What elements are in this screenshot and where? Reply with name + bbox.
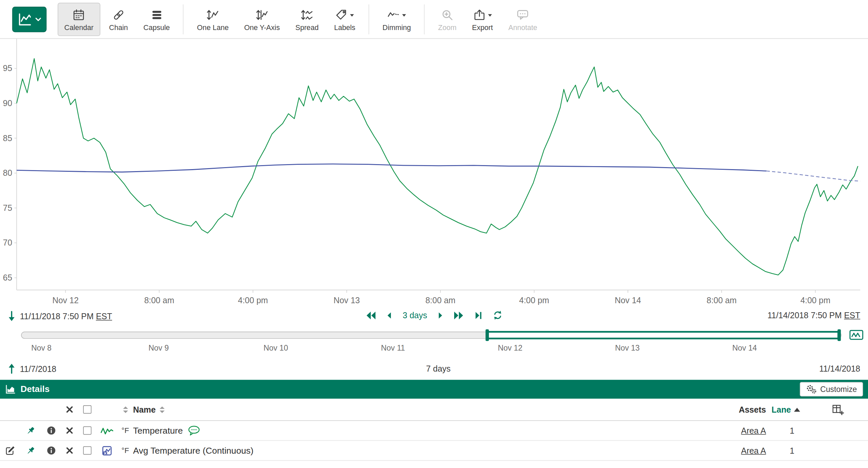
zoom-icon (440, 8, 454, 22)
annotate-label: Annotate (508, 23, 537, 32)
metric-icon (101, 445, 113, 456)
info-button[interactable] (41, 426, 61, 435)
step-back-large-button[interactable] (365, 310, 376, 320)
app-window: Calendar Chain (0, 0, 868, 468)
step-to-end-button[interactable] (474, 310, 484, 320)
series-name[interactable]: Avg Temperature (Continuous) (133, 446, 253, 456)
lane-cell: 1 (768, 446, 816, 455)
edit-button[interactable] (0, 446, 20, 456)
annotate-button[interactable]: Annotate (502, 2, 544, 36)
one-y-axis-label: One Y-Axis (244, 23, 280, 32)
asset-link[interactable]: Area A (741, 446, 766, 455)
chain-icon (112, 8, 125, 22)
calendar-button[interactable]: Calendar (58, 2, 100, 36)
chevron-down-icon (35, 16, 41, 22)
timebar-duration[interactable]: 7 days (426, 363, 451, 373)
refresh-button[interactable] (493, 310, 503, 321)
step-forward-large-button[interactable] (454, 310, 465, 320)
zoom-label: Zoom (438, 23, 457, 32)
capsule-button[interactable]: Capsule (137, 2, 177, 36)
arrow-down-icon (8, 311, 16, 322)
spread-button[interactable]: Spread (289, 2, 326, 36)
assets-header-label[interactable]: Assets (739, 405, 766, 414)
sort-type-button[interactable] (117, 406, 133, 413)
range-start-datetime[interactable]: 11/11/2018 7:50 PM (20, 311, 94, 321)
series-type-cell (96, 425, 117, 436)
range-end-timezone[interactable]: EST (844, 311, 860, 320)
row-checkbox-cell (78, 426, 97, 435)
timebar-end-date[interactable]: 11/14/2018 (819, 363, 860, 373)
pin-icon (25, 446, 35, 456)
select-all-checkbox[interactable] (83, 405, 91, 414)
range-start-timezone[interactable]: EST (96, 311, 113, 321)
one-lane-button[interactable]: One Lane (190, 2, 236, 36)
series-name-cell[interactable]: Avg Temperature (Continuous) (133, 446, 707, 456)
series-name-cell[interactable]: Temperature (133, 425, 707, 436)
asset-link[interactable]: Area A (741, 426, 766, 435)
info-icon (46, 446, 56, 455)
range-end-datetime[interactable]: 11/14/2018 7:50 PM (768, 311, 842, 320)
dimming-button[interactable]: Dimming (376, 2, 417, 36)
pin-button[interactable] (20, 426, 41, 436)
lane-column-header[interactable]: Lane (768, 405, 816, 414)
caret-down-icon (350, 13, 354, 17)
range-duration[interactable]: 3 days (402, 311, 427, 320)
timebar-day-label: Nov 11 (381, 343, 405, 352)
customize-button[interactable]: Customize (800, 382, 863, 396)
lane-cell: 1 (768, 426, 816, 435)
labels-button[interactable]: Labels (328, 2, 362, 36)
toolbar-divider (424, 4, 425, 34)
annotation-bubble-icon[interactable] (188, 425, 200, 436)
timebar-selection[interactable] (487, 331, 839, 339)
capsule-label: Capsule (144, 23, 170, 32)
dimming-label: Dimming (382, 23, 411, 32)
gears-icon (806, 384, 817, 394)
chain-button[interactable]: Chain (102, 2, 134, 36)
display-range-start[interactable]: 11/11/2018 7:50 PM EST (8, 311, 112, 322)
step-forward-button[interactable] (436, 310, 445, 320)
signal-icon (100, 425, 114, 436)
export-button[interactable]: Export (466, 2, 499, 36)
pin-button[interactable] (20, 446, 41, 456)
series-name[interactable]: Temperature (133, 426, 183, 436)
pin-icon (25, 426, 35, 436)
details-panel-header: Details Customize (0, 380, 868, 399)
row-checkbox[interactable] (83, 426, 91, 435)
svg-text:Nov 14: Nov 14 (615, 296, 641, 305)
one-y-axis-button[interactable]: One Y-Axis (238, 2, 286, 36)
caret-down-icon (402, 13, 406, 17)
timebar-track[interactable] (21, 331, 841, 339)
name-column-header[interactable]: Name (133, 405, 707, 414)
remove-button[interactable] (61, 447, 78, 454)
auto-update-button[interactable] (849, 329, 863, 341)
range-end-text[interactable]: 11/14/2018 7:50 PM EST (768, 311, 860, 320)
svg-text:4:00 pm: 4:00 pm (519, 296, 549, 305)
customize-label: Customize (820, 385, 857, 394)
info-button[interactable] (41, 446, 61, 455)
lane-header-label[interactable]: Lane (772, 405, 791, 414)
range-start-text[interactable]: 11/11/2018 7:50 PM EST (20, 311, 112, 321)
trend-chart-plot[interactable]: 65707580859095Nov 128:00 am4:00 pmNov 13… (0, 39, 868, 308)
timebar-start-date[interactable]: 11/7/2018 (20, 364, 56, 373)
sort-name-icon[interactable] (159, 406, 165, 413)
trend-chart[interactable]: 65707580859095Nov 128:00 am4:00 pmNov 13… (0, 39, 868, 308)
assets-column-header[interactable]: Assets (707, 405, 768, 414)
row-checkbox[interactable] (83, 446, 91, 455)
svg-text:4:00 pm: 4:00 pm (800, 296, 830, 305)
svg-text:4:00 pm: 4:00 pm (238, 296, 268, 305)
zoom-button[interactable]: Zoom (432, 2, 463, 36)
annotate-icon (516, 8, 530, 22)
svg-text:70: 70 (3, 238, 12, 247)
add-column-button[interactable] (816, 404, 868, 415)
row-checkbox-cell (78, 446, 97, 455)
svg-text:95: 95 (3, 63, 12, 73)
timebar-day-label: Nov 13 (615, 343, 640, 352)
remove-button[interactable] (61, 427, 78, 434)
toolbar-divider (183, 4, 184, 34)
name-header-label[interactable]: Name (133, 405, 156, 414)
timebar-start[interactable]: 11/7/2018 (8, 363, 56, 374)
step-back-button[interactable] (385, 310, 394, 320)
remove-all-button[interactable] (61, 406, 78, 413)
display-range-end[interactable]: 11/14/2018 7:50 PM EST (768, 311, 860, 320)
view-selector-button[interactable] (12, 6, 47, 32)
